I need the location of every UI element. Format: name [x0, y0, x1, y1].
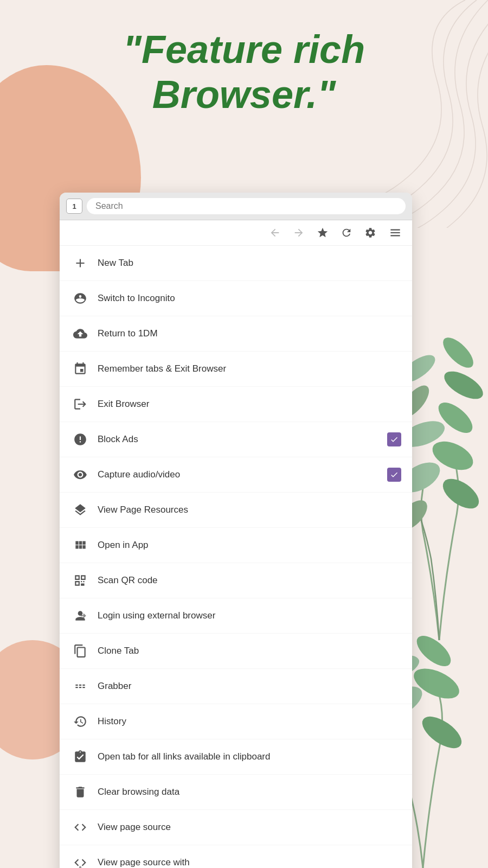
- menu-item-login-ext[interactable]: Login using external browser: [60, 598, 412, 634]
- search-input[interactable]: [87, 198, 406, 214]
- menu-item-view-source[interactable]: View page source: [60, 810, 412, 845]
- menu-label-incognito: Switch to Incognito: [98, 292, 401, 304]
- exit-browser-icon: [70, 394, 90, 414]
- menu-label-clear-data: Clear browsing data: [98, 786, 401, 798]
- menu-item-new-tab[interactable]: New Tab: [60, 246, 412, 281]
- capture-av-icon: [70, 465, 90, 484]
- menu-label-exit-browser: Exit Browser: [98, 398, 401, 410]
- menu-label-block-ads: Block Ads: [98, 433, 387, 445]
- menu-label-scan-qr: Scan QR code: [98, 575, 401, 586]
- svg-point-17: [78, 296, 79, 297]
- new-tab-icon: [70, 253, 90, 273]
- menu-item-scan-qr[interactable]: Scan QR code: [60, 563, 412, 598]
- scan-qr-icon: [70, 571, 90, 590]
- menu-item-return-1dm[interactable]: Return to 1DM: [60, 316, 412, 352]
- view-resources-icon: [70, 500, 90, 520]
- menu-item-capture-av[interactable]: Capture audio/video: [60, 457, 412, 493]
- menu-label-view-resources: View Page Resources: [98, 504, 401, 516]
- bookmark-icon[interactable]: [317, 227, 329, 239]
- menu-item-view-resources[interactable]: View Page Resources: [60, 493, 412, 528]
- return-1dm-icon: [70, 324, 90, 343]
- checkbox-block-ads[interactable]: [387, 432, 401, 446]
- menu-item-view-source-with[interactable]: View page source with: [60, 845, 412, 868]
- menu-item-clone-tab[interactable]: Clone Tab: [60, 634, 412, 669]
- menu-label-view-source: View page source: [98, 821, 401, 833]
- svg-point-7: [440, 366, 487, 404]
- menu-label-history: History: [98, 716, 401, 727]
- checkbox-capture-av[interactable]: [387, 468, 401, 482]
- svg-point-3: [438, 473, 484, 514]
- svg-point-15: [412, 630, 455, 672]
- menu-label-return-1dm: Return to 1DM: [98, 328, 401, 340]
- svg-point-9: [438, 333, 478, 373]
- menu-item-remember-exit[interactable]: Remember tabs & Exit Browser: [60, 352, 412, 387]
- menu-item-incognito[interactable]: Switch to Incognito: [60, 281, 412, 316]
- history-icon: [70, 712, 90, 731]
- back-icon[interactable]: [269, 227, 281, 239]
- menu-item-history[interactable]: History: [60, 704, 412, 739]
- menu-items-list: New TabSwitch to IncognitoReturn to 1DMR…: [60, 246, 412, 868]
- dropdown-menu: New TabSwitch to IncognitoReturn to 1DMR…: [60, 220, 412, 868]
- browser-window: 1: [60, 193, 412, 868]
- menu-label-open-clipboard: Open tab for all links available in clip…: [98, 751, 401, 763]
- block-ads-icon: [70, 430, 90, 449]
- svg-point-18: [81, 296, 83, 297]
- menu-item-open-clipboard[interactable]: Open tab for all links available in clip…: [60, 739, 412, 775]
- menu-label-capture-av: Capture audio/video: [98, 469, 387, 481]
- refresh-icon[interactable]: [341, 227, 352, 239]
- menu-item-clear-data[interactable]: Clear browsing data: [60, 775, 412, 810]
- clone-tab-icon: [70, 641, 90, 661]
- browser-toolbar: 1: [60, 193, 412, 220]
- menu-item-open-in-app[interactable]: Open in App: [60, 528, 412, 563]
- open-in-app-icon: [70, 535, 90, 555]
- menu-label-open-in-app: Open in App: [98, 539, 401, 551]
- menu-item-block-ads[interactable]: Block Ads: [60, 422, 412, 457]
- remember-exit-icon: [70, 359, 90, 379]
- svg-point-19: [79, 866, 81, 869]
- menu-item-grabber[interactable]: Grabber: [60, 669, 412, 704]
- menu-label-grabber: Grabber: [98, 680, 401, 692]
- menu-label-new-tab: New Tab: [98, 257, 401, 269]
- more-menu-icon[interactable]: [388, 226, 402, 240]
- menu-item-exit-browser[interactable]: Exit Browser: [60, 387, 412, 422]
- login-ext-icon: [70, 606, 90, 626]
- menu-label-remember-exit: Remember tabs & Exit Browser: [98, 363, 401, 375]
- page-heading: "Feature rich Browser.": [33, 27, 455, 117]
- open-clipboard-icon: [70, 747, 90, 767]
- nav-icons-row: [60, 220, 412, 246]
- clear-data-icon: [70, 782, 90, 802]
- incognito-icon: [70, 289, 90, 308]
- view-source-icon: [70, 818, 90, 837]
- settings-icon[interactable]: [364, 227, 376, 239]
- view-source-with-icon: [70, 853, 90, 868]
- forward-icon[interactable]: [293, 227, 305, 239]
- menu-label-login-ext: Login using external browser: [98, 610, 401, 622]
- tab-count-badge[interactable]: 1: [66, 199, 82, 214]
- menu-label-clone-tab: Clone Tab: [98, 645, 401, 657]
- menu-label-view-source-with: View page source with: [98, 857, 401, 868]
- grabber-icon: [70, 676, 90, 696]
